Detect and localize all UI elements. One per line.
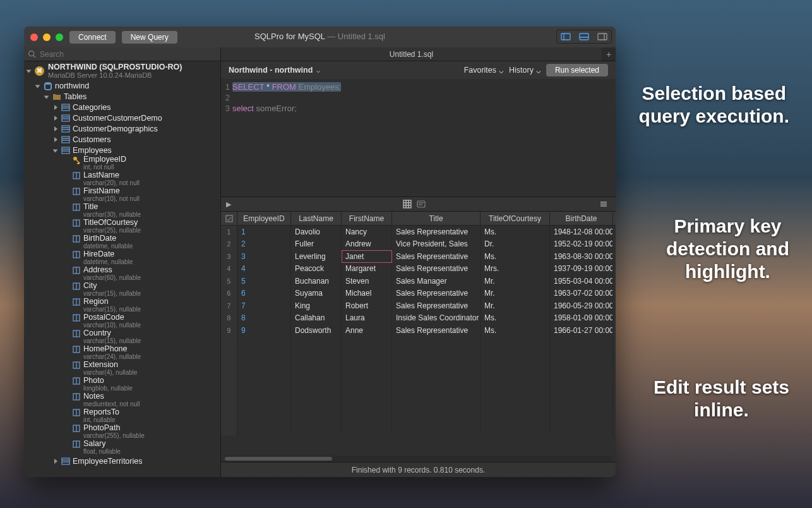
connect-button[interactable]: Connect: [69, 31, 116, 44]
column-node[interactable]: EmployeeIDint, not null: [83, 155, 126, 171]
grid-cell[interactable]: Sales Manager: [392, 275, 481, 287]
grid-cell[interactable]: Buchanan: [291, 275, 342, 287]
column-node[interactable]: Addressvarchar(60), nullable: [83, 266, 141, 281]
grid-view-icon[interactable]: [400, 198, 414, 210]
grid-cell[interactable]: 4: [237, 263, 291, 275]
grid-cell[interactable]: 1955-03-04 00:00:0: [550, 275, 613, 287]
tables-folder[interactable]: Tables: [64, 92, 87, 101]
table-row[interactable]: 77KingRobertSales RepresentativeMr.1960-…: [221, 299, 616, 312]
column-node[interactable]: HomePhonevarchar(24), nullable: [83, 345, 141, 360]
grid-cell[interactable]: 1960-05-29 00:00:0: [550, 299, 613, 312]
history-menu[interactable]: History⌵: [509, 66, 541, 75]
row-number[interactable]: 4: [221, 263, 237, 275]
grid-cell[interactable]: Nancy: [342, 226, 392, 238]
disclosure-triangle-icon[interactable]: [53, 104, 59, 111]
grid-cell[interactable]: Laura: [342, 312, 392, 325]
row-number[interactable]: 8: [221, 312, 237, 325]
column-node[interactable]: BirthDatedatetime, nullable: [83, 234, 133, 250]
grid-cell[interactable]: Michael: [342, 287, 392, 300]
grid-cell[interactable]: Ms.: [481, 226, 550, 238]
column-header[interactable]: Title: [392, 212, 481, 225]
grid-cell[interactable]: Leverling: [291, 250, 342, 263]
grid-cell[interactable]: 7: [237, 299, 291, 312]
grid-cell[interactable]: Davolio: [291, 226, 342, 238]
row-number[interactable]: 1: [221, 226, 237, 238]
results-grid[interactable]: EmployeeIDLastNameFirstNameTitleTitleOfC…: [221, 212, 616, 462]
row-number[interactable]: 3: [221, 250, 237, 263]
grid-cell[interactable]: Peacock: [291, 263, 342, 275]
search-input[interactable]: [40, 50, 217, 59]
scroll-thumb[interactable]: [225, 457, 332, 461]
row-header-corner[interactable]: [221, 212, 237, 225]
table-row[interactable]: 88CallahanLauraInside Sales CoordinatorM…: [221, 312, 616, 325]
grid-cell[interactable]: Callahan: [291, 312, 342, 325]
disclosure-triangle-icon[interactable]: [53, 458, 59, 464]
grid-cell[interactable]: Vice President, Sales: [392, 238, 481, 251]
minimize-window-button[interactable]: [43, 33, 51, 41]
disclosure-triangle-icon[interactable]: [53, 136, 59, 143]
editor-tab[interactable]: Untitled 1.sql: [221, 47, 602, 61]
run-selected-button[interactable]: Run selected: [546, 64, 608, 76]
grid-cell[interactable]: Ms.: [481, 312, 550, 325]
grid-cell[interactable]: 1963-08-30 00:00:0: [550, 250, 613, 263]
disclosure-triangle-icon[interactable]: [27, 68, 33, 74]
grid-cell[interactable]: Ms.: [481, 324, 550, 337]
grid-cell[interactable]: 9: [237, 324, 291, 337]
table-node[interactable]: Customers: [73, 135, 110, 144]
grid-cell[interactable]: Dodsworth: [291, 324, 342, 337]
zoom-window-button[interactable]: [56, 33, 63, 41]
grid-cell[interactable]: Anne: [342, 324, 392, 337]
text-view-icon[interactable]: [414, 198, 428, 210]
column-header[interactable]: LastName: [291, 212, 342, 225]
column-node[interactable]: Cityvarchar(15), nullable: [83, 282, 141, 297]
table-row[interactable]: 33LeverlingJanetSales RepresentativeMs.1…: [221, 250, 616, 263]
horizontal-scrollbar[interactable]: [225, 456, 612, 462]
grid-cell[interactable]: King: [291, 299, 342, 312]
column-node[interactable]: LastNamevarchar(20), not null: [83, 171, 140, 186]
grid-cell[interactable]: Janet: [342, 250, 392, 263]
database-node[interactable]: northwind: [55, 82, 89, 90]
table-node[interactable]: CustomerDemographics: [73, 124, 158, 133]
grid-cell[interactable]: Suyama: [291, 287, 342, 300]
table-row[interactable]: 66SuyamaMichaelSales RepresentativeMr.19…: [221, 287, 616, 300]
row-number[interactable]: 2: [221, 238, 237, 251]
column-node[interactable]: HireDatedatetime, nullable: [83, 250, 133, 265]
grid-cell[interactable]: 1948-12-08 00:00:0: [550, 226, 613, 238]
grid-cell[interactable]: 1958-01-09 00:00:0: [550, 312, 613, 325]
column-node[interactable]: Salaryfloat, nullable: [83, 440, 121, 455]
new-tab-button[interactable]: +: [602, 47, 616, 61]
column-node[interactable]: Notesmediumtext, not null: [83, 392, 140, 408]
grid-cell[interactable]: 2: [237, 238, 291, 251]
column-header[interactable]: FirstName: [342, 212, 392, 225]
schema-tree[interactable]: ⌘NORTHWIND (SQLPROSTUDIO-RO)MariaDB Serv…: [24, 61, 220, 477]
play-icon[interactable]: ▶: [226, 200, 231, 209]
grid-cell[interactable]: Steven: [342, 275, 392, 287]
close-window-button[interactable]: [30, 33, 38, 41]
grid-cell[interactable]: Dr.: [481, 238, 550, 251]
grid-cell[interactable]: 5: [237, 275, 291, 287]
grid-cell[interactable]: Inside Sales Coordinator: [392, 312, 481, 325]
row-number[interactable]: 7: [221, 299, 237, 312]
disclosure-triangle-icon[interactable]: [53, 147, 59, 154]
table-row[interactable]: 55BuchananStevenSales ManagerMr.1955-03-…: [221, 275, 616, 287]
column-node[interactable]: Titlevarchar(30), nullable: [83, 203, 141, 218]
grid-cell[interactable]: Sales Representative: [392, 287, 481, 300]
column-node[interactable]: TitleOfCourtesyvarchar(25), nullable: [83, 219, 141, 234]
grid-cell[interactable]: 1937-09-19 00:00:0: [550, 263, 613, 275]
disclosure-triangle-icon[interactable]: [53, 126, 59, 132]
column-node[interactable]: Countryvarchar(15), nullable: [83, 329, 141, 344]
sql-editor[interactable]: 123 SELECT * FROM Employees; select some…: [221, 79, 616, 197]
grid-cell[interactable]: Sales Representative: [392, 250, 481, 263]
grid-cell[interactable]: 1963-07-02 00:00:0: [550, 287, 613, 300]
column-node[interactable]: FirstNamevarchar(10), not null: [83, 187, 140, 202]
panel-bottom-icon[interactable]: [575, 30, 593, 43]
disclosure-triangle-icon[interactable]: [35, 83, 42, 89]
server-node[interactable]: ⌘NORTHWIND (SQLPROSTUDIO-RO)MariaDB Serv…: [35, 63, 182, 79]
table-row[interactable]: 22FullerAndrewVice President, SalesDr.19…: [221, 238, 616, 251]
column-node[interactable]: PhotoPathvarchar(255), nullable: [83, 424, 145, 439]
row-number[interactable]: 5: [221, 275, 237, 287]
panel-left-icon[interactable]: [557, 30, 575, 43]
grid-cell[interactable]: Mr.: [481, 299, 550, 312]
table-row[interactable]: 99DodsworthAnneSales RepresentativeMs.19…: [221, 324, 616, 337]
grid-cell[interactable]: Sales Representative: [392, 324, 481, 337]
